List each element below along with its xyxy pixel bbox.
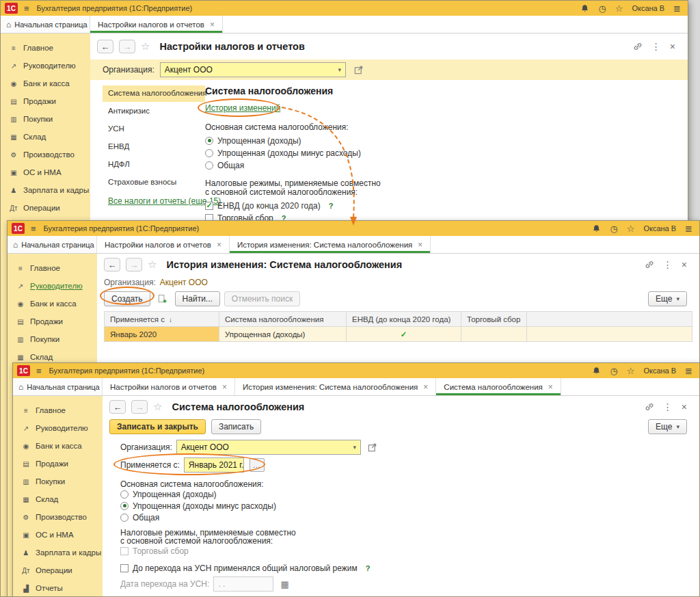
calendar-icon[interactable]: ▦ [280, 579, 288, 589]
sidebar-item-pokupki[interactable]: ▥Покупки [8, 330, 97, 348]
find-button[interactable]: Найти... [175, 291, 220, 306]
sidebar-item-proizvodstvo[interactable]: ⚙Производство [1, 146, 90, 163]
radio-usn-income-expenses[interactable]: Упрощенная (доходы минус расходы) [120, 500, 699, 512]
radio-usn-income[interactable]: Упрощенная (доходы) [205, 135, 688, 146]
main-menu-icon[interactable]: ≡ [31, 224, 36, 233]
sidebar-item-zarplata[interactable]: ♟Зарплата и кадры [1, 181, 90, 199]
service-menu-icon[interactable]: ≣ [685, 367, 692, 375]
favorites-star-icon[interactable]: ☆ [615, 4, 623, 13]
help-question-icon[interactable]: ? [366, 564, 371, 572]
favorites-star-icon[interactable]: ☆ [627, 367, 635, 375]
user-name[interactable]: Оксана В [632, 4, 664, 12]
favorites-star-icon[interactable]: ☆ [627, 224, 635, 233]
close-icon[interactable]: × [682, 402, 687, 412]
more-dots-icon[interactable]: ⋮ [663, 260, 673, 269]
chevron-down-icon[interactable]: ▾ [334, 63, 345, 77]
table-row[interactable]: Январь 2020 Упрощенная (доходы) ✓ [105, 327, 692, 342]
nav-item-envd[interactable]: ЕНВД [103, 139, 205, 155]
service-menu-icon[interactable]: ≣ [685, 224, 692, 233]
nav-item-ndfl[interactable]: НДФЛ [103, 157, 205, 173]
sidebar-item-rukovoditelyu[interactable]: ↗Руководителю [8, 277, 97, 295]
tab-tax-settings[interactable]: Настройки налогов и отчетов × [97, 236, 230, 253]
back-button[interactable]: ← [104, 258, 120, 271]
favorite-star-icon[interactable]: ☆ [148, 258, 157, 271]
history-link[interactable]: История изменений [205, 103, 280, 113]
sidebar-item-os-nma[interactable]: ▣ОС и НМА [1, 163, 90, 181]
forward-button[interactable]: → [131, 400, 148, 414]
nav-item-taxation-system[interactable]: Система налогообложения [103, 85, 205, 102]
sidebar-item-operacii[interactable]: ДтОперации [1, 199, 90, 217]
notifications-bell-icon[interactable] [592, 367, 601, 375]
sidebar-item-prodazhi[interactable]: ▤Продажи [1, 92, 90, 110]
notifications-bell-icon[interactable] [580, 4, 589, 13]
history-clock-icon[interactable]: ◷ [610, 224, 617, 233]
cell-applies-from[interactable]: Январь 2020 [105, 327, 219, 342]
sidebar-item-bank-kassa[interactable]: ◉Банк и касса [8, 295, 97, 313]
forward-button[interactable]: → [126, 258, 142, 271]
tab-tax-settings[interactable]: Настройки налогов и отчетов × [103, 378, 235, 395]
sidebar-item-bank-kassa[interactable]: ◉Банк и касса [1, 75, 90, 92]
sidebar-item-glavnoe[interactable]: ≡Главное [1, 39, 90, 57]
tab-home[interactable]: ⌂ Начальная страница [1, 16, 90, 33]
favorite-star-icon[interactable]: ☆ [153, 401, 162, 413]
tab-taxation-form[interactable]: Система налогообложения × [436, 378, 561, 395]
radio-general[interactable]: Общая [120, 512, 699, 523]
nav-item-antikrizis[interactable]: Антикризис [103, 103, 205, 120]
favorite-star-icon[interactable]: ☆ [141, 40, 150, 53]
tab-close-icon[interactable]: × [217, 241, 221, 249]
sidebar-item-operacii[interactable]: ДтОперации [13, 561, 103, 579]
column-envd[interactable]: ЕНВД (до конца 2020 года) [347, 312, 461, 327]
more-button[interactable]: Еще ▾ [648, 291, 687, 306]
create-button[interactable]: Создать [104, 291, 150, 306]
organization-input[interactable]: Акцент ООО ▾ [160, 62, 346, 77]
checkbox-general-before-usn[interactable]: До перехода на УСН применялся общий нало… [120, 562, 699, 574]
save-button[interactable]: Записать [211, 419, 261, 434]
nav-item-vznosy[interactable]: Страховые взносы [103, 174, 205, 191]
nav-item-usn[interactable]: УСН [103, 121, 205, 137]
sidebar-item-rukovoditelyu[interactable]: ↗Руководителю [13, 419, 103, 437]
sidebar-item-prodazhi[interactable]: ▤Продажи [13, 455, 103, 473]
tab-close-icon[interactable]: × [548, 383, 553, 391]
forward-button[interactable]: → [119, 40, 135, 53]
sidebar-item-sklad[interactable]: ▦Склад [13, 490, 103, 508]
tab-change-history[interactable]: История изменения: Система налогообложен… [235, 378, 436, 395]
sidebar-item-sklad[interactable]: ▦Склад [1, 128, 90, 146]
tab-close-icon[interactable]: × [222, 383, 227, 391]
sidebar-item-glavnoe[interactable]: ≡Главное [8, 259, 97, 277]
tab-close-icon[interactable]: × [418, 241, 422, 249]
sidebar-item-proizvodstvo[interactable]: ⚙Производство [13, 508, 103, 526]
sidebar-item-bank-kassa[interactable]: ◉Банк и касса [13, 437, 103, 455]
save-and-close-button[interactable]: Записать и закрыть [109, 419, 206, 434]
usn-transition-date-input[interactable]: . . [213, 576, 273, 592]
all-taxes-link[interactable]: Все налоги и отчеты (еще 15) [103, 192, 205, 210]
more-button[interactable]: Еще ▾ [648, 419, 687, 434]
user-name[interactable]: Оксана В [643, 224, 676, 233]
radio-general[interactable]: Общая [205, 159, 688, 171]
tab-change-history[interactable]: История изменения: Система налогообложен… [230, 236, 431, 253]
sidebar-item-prodazhi[interactable]: ▤Продажи [8, 313, 97, 330]
main-menu-icon[interactable]: ≡ [36, 367, 42, 375]
cell-taxation-system[interactable]: Упрощенная (доходы) [219, 327, 347, 342]
organization-input[interactable]: Акцент ООО ▾ [176, 440, 361, 455]
history-clock-icon[interactable]: ◷ [610, 367, 617, 375]
sidebar-item-os-nma[interactable]: ▣ОС и НМА [13, 526, 103, 544]
close-icon[interactable]: × [670, 42, 675, 51]
checkbox-trade-fee[interactable]: Торговый сбор [120, 545, 699, 557]
radio-usn-income[interactable]: Упрощенная (доходы) [120, 488, 699, 500]
link-icon[interactable] [645, 402, 654, 412]
choose-period-button[interactable]: ... [250, 458, 265, 472]
history-clock-icon[interactable]: ◷ [598, 4, 606, 13]
column-applies-from[interactable]: Применяется с↓ [105, 312, 219, 327]
link-icon[interactable] [645, 260, 654, 269]
notifications-bell-icon[interactable] [592, 224, 601, 233]
tab-tax-settings[interactable]: Настройки налогов и отчетов × [90, 16, 223, 33]
user-name[interactable]: Оксана В [643, 367, 676, 375]
applies-from-input[interactable]: Январь 2021 г. [184, 457, 244, 473]
create-by-copy-icon[interactable] [154, 291, 171, 306]
tab-home[interactable]: ⌂ Начальная страница [8, 236, 97, 253]
chevron-down-icon[interactable]: ▾ [349, 440, 360, 454]
sidebar-item-pokupki[interactable]: ▥Покупки [1, 110, 90, 128]
sidebar-item-rukovoditelyu[interactable]: ↗Руководителю [1, 57, 90, 75]
sidebar-item-glavnoe[interactable]: ≡Главное [13, 401, 103, 419]
more-dots-icon[interactable]: ⋮ [663, 402, 673, 412]
